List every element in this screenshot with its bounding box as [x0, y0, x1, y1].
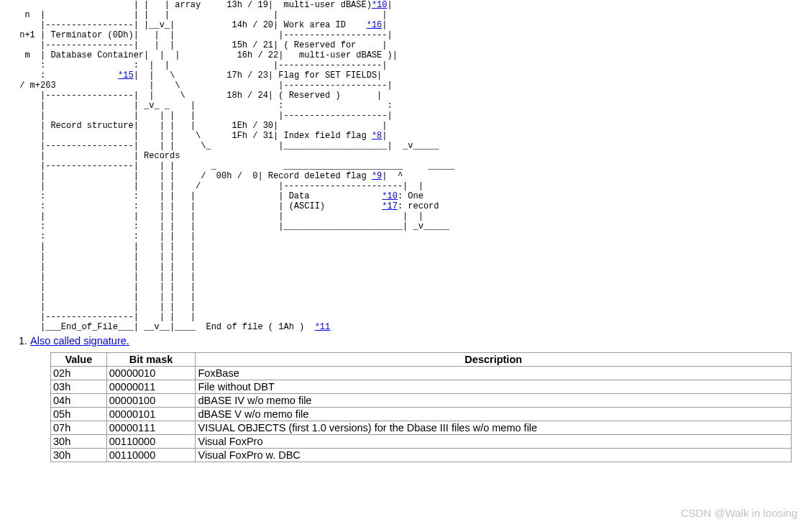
col-bitmask: Bit mask [106, 353, 196, 367]
diagram-ref-link[interactable]: *17 [382, 201, 398, 211]
diagram-line: | | | | | [14, 272, 792, 282]
diagram-ref-link[interactable]: *10 [372, 0, 388, 10]
table-cell: FoxBase [196, 367, 792, 380]
diagram-line: |___End_of_File___| __v__|____ End of fi… [14, 322, 792, 332]
diagram-line: n+1 | Terminator (0Dh)| | | |-----------… [14, 30, 792, 40]
col-description: Description [196, 353, 792, 367]
table-row: 30h00110000Visual FoxPro w. DBC [51, 449, 792, 462]
bitmask-table: Value Bit mask Description 02h00000010Fo… [50, 352, 792, 462]
table-cell: 30h [51, 449, 107, 462]
table-cell: 00110000 [106, 449, 196, 462]
diagram-line: | | | | / 00h / 0| Record deleted flag *… [14, 171, 792, 181]
table-cell: 00000111 [106, 421, 196, 435]
diagram-line: | | | | / |-----------------------| | [14, 181, 792, 191]
diagram-ref-link[interactable]: *11 [315, 322, 331, 332]
diagram-line: | Record structure| | | | 1Eh / 30| | [14, 121, 792, 131]
diagram-line: |-----------------| | | \_ |____________… [14, 141, 792, 151]
diagram-ref-link[interactable]: *16 [367, 20, 383, 30]
diagram-line: | | | | | | | | [14, 211, 792, 221]
table-cell: Visual FoxPro w. DBC [196, 449, 792, 462]
table-cell: 02h [51, 367, 107, 380]
table-cell: File without DBT [196, 380, 792, 394]
diagram-ref-link[interactable]: *9 [372, 171, 382, 181]
table-cell: 00110000 [106, 435, 196, 449]
diagram-line: | | Records [14, 151, 792, 161]
diagram-line: | | | array 13h / 19| multi-user dBASE)*… [14, 0, 792, 10]
table-cell: 04h [51, 394, 107, 408]
diagram-line: : : | | | [14, 231, 792, 242]
diagram-line: : : | | |--------------------| [14, 60, 792, 70]
diagram-line: m | Database Container| | | 16h / 22| mu… [14, 50, 792, 60]
signature-link[interactable]: Also called signature. [30, 335, 129, 347]
table-row: 05h00000101dBASE V w/o memo file [51, 408, 792, 421]
table-cell: 30h [51, 435, 107, 449]
diagram-line: : : | | | | (ASCII) *17: record [14, 201, 792, 211]
diagram-line: / m+263 | \ |--------------------| [14, 81, 792, 91]
diagram-line: | | | | | [14, 262, 792, 272]
table-cell: 00000100 [106, 394, 196, 408]
diagram-line: : : | | | | Data *10: One [14, 191, 792, 201]
diagram-line: | | _v_ _ | : : [14, 101, 792, 111]
diagram-line: : : | | | |_______________________| _v__… [14, 221, 792, 231]
table-row: 07h00000111VISUAL OBJECTS (first 1.0 ver… [51, 421, 792, 435]
diagram-line: | | | | | [14, 282, 792, 292]
diagram-line: | | | | | [14, 242, 792, 252]
diagram-ref-link[interactable]: *15 [118, 70, 134, 81]
table-cell: Visual FoxPro [196, 435, 792, 449]
note-item-1: Also called signature. [30, 335, 792, 347]
diagram-line: | | | | | [14, 252, 792, 262]
table-cell: 00000011 [106, 380, 196, 394]
diagram-line: |-----------------| | | | [14, 312, 792, 322]
table-header-row: Value Bit mask Description [51, 353, 792, 367]
diagram-line: | | | | | [14, 292, 792, 302]
table-row: 04h00000100dBASE IV w/o memo file [51, 394, 792, 408]
diagram-line: | | | | | [14, 302, 792, 312]
diagram-line: |-----------------| | | 15h / 21| ( Rese… [14, 40, 792, 50]
table-cell: dBASE V w/o memo file [196, 408, 792, 421]
diagram-ref-link[interactable]: *8 [372, 131, 382, 141]
col-value: Value [51, 353, 107, 367]
table-cell: 07h [51, 421, 107, 435]
table-cell: 00000101 [106, 408, 196, 421]
diagram-line: n | | | | | | [14, 10, 792, 20]
table-row: 30h00110000Visual FoxPro [51, 435, 792, 449]
diagram-ref-link[interactable]: *10 [382, 191, 398, 201]
diagram-line: |-----------------| | | _ ______________… [14, 161, 792, 171]
diagram-line: |-----------------| |__v_| 14h / 20| Wor… [14, 20, 792, 30]
diagram-line: : *15| | \ 17h / 23| Flag for SET FIELDS… [14, 70, 792, 81]
ascii-diagram: | | | array 13h / 19| multi-user dBASE)*… [0, 0, 806, 332]
diagram-line: | | | | | |--------------------| [14, 111, 792, 121]
table-row: 03h00000011File without DBT [51, 380, 792, 394]
diagram-line: |-----------------| | \ 18h / 24| ( Rese… [14, 91, 792, 101]
table-cell: dBASE IV w/o memo file [196, 394, 792, 408]
table-cell: 05h [51, 408, 107, 421]
table-cell: VISUAL OBJECTS (first 1.0 versions) for … [196, 421, 792, 435]
table-row: 02h00000010FoxBase [51, 367, 792, 380]
diagram-line: | | | | \ 1Fh / 31| Index field flag *8| [14, 131, 792, 141]
table-cell: 03h [51, 380, 107, 394]
table-cell: 00000010 [106, 367, 196, 380]
